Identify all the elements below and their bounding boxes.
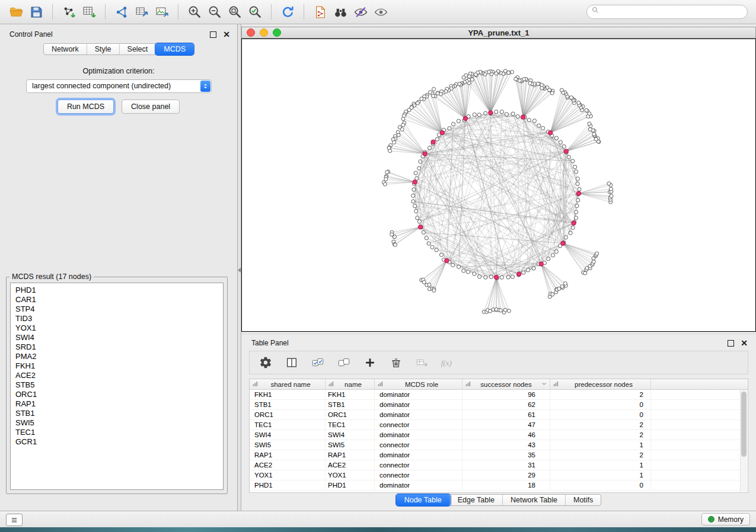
table-cell: YOX1 — [326, 470, 375, 480]
table-tab-node-table[interactable]: Node Table — [396, 494, 451, 506]
tab-select[interactable]: Select — [120, 44, 157, 55]
new-network-icon[interactable] — [111, 3, 132, 21]
mcds-result-item[interactable]: PMA2 — [15, 352, 218, 361]
import-network-icon[interactable] — [59, 3, 79, 21]
criterion-select[interactable]: largest connected component (undirected) — [26, 79, 212, 93]
table-row[interactable]: ORC1ORC1dominator610 — [250, 410, 748, 420]
memory-button[interactable]: Memory — [701, 513, 750, 525]
table-row[interactable]: ACE2ACE2connector311 — [250, 460, 748, 470]
mcds-result-item[interactable]: SRD1 — [15, 342, 218, 352]
mcds-result-item[interactable]: GCR1 — [15, 437, 218, 447]
check-pair-icon[interactable] — [310, 355, 326, 370]
table-cell: RAP1 — [326, 450, 375, 460]
column-header-MCDS-role[interactable]: MCDS role — [375, 379, 462, 389]
table-cell: RAP1 — [250, 450, 326, 460]
close-control-panel-icon[interactable]: ✕ — [223, 30, 230, 39]
zoom-fit-icon[interactable] — [225, 3, 245, 21]
mcds-result-title: MCDS result (17 nodes) — [9, 273, 94, 281]
column-header-predecessor-nodes[interactable]: predecessor nodes — [550, 379, 651, 389]
table-row[interactable]: SWI4SWI4dominator462 — [250, 430, 748, 440]
uncheck-pair-icon[interactable] — [336, 355, 352, 370]
table-tab-motifs[interactable]: Motifs — [566, 495, 601, 505]
eye-icon[interactable] — [371, 3, 391, 21]
column-header-label: predecessor nodes — [559, 381, 648, 388]
table-row[interactable]: RAP1RAP1dominator352 — [250, 450, 748, 460]
application-window: Control Panel ✕ NetworkStyleSelectMCDS O… — [0, 0, 756, 532]
toggle-column-icon[interactable] — [284, 355, 299, 370]
table-row[interactable]: SWI5SWI5connector431 — [250, 440, 748, 450]
zoom-in-icon[interactable] — [184, 3, 205, 21]
mcds-result-item[interactable]: TEC1 — [15, 428, 218, 437]
chevron-down-icon[interactable] — [541, 380, 547, 388]
network-search-input[interactable] — [601, 5, 747, 18]
table-row[interactable]: FKH1FKH1dominator962 — [250, 390, 748, 400]
float-table-panel-icon[interactable] — [728, 340, 734, 347]
table-cell: 29 — [462, 470, 550, 480]
mcds-result-item[interactable]: ACE2 — [15, 371, 218, 380]
table-row[interactable]: TEC1TEC1connector472 — [250, 420, 748, 430]
mcds-result-item[interactable]: STB1 — [15, 409, 218, 418]
tab-mcds[interactable]: MCDS — [155, 43, 194, 55]
network-canvas[interactable] — [241, 39, 756, 332]
row-filler — [651, 390, 748, 399]
tab-network[interactable]: Network — [44, 44, 87, 55]
table-tab-network-table[interactable]: Network Table — [503, 495, 566, 505]
refresh-icon[interactable] — [277, 3, 298, 21]
close-panel-button[interactable]: Close panel — [122, 100, 180, 114]
search-box[interactable] — [586, 5, 748, 19]
table-cell: dominator — [375, 480, 462, 490]
plus-icon[interactable] — [362, 355, 378, 370]
binoculars-icon[interactable] — [330, 3, 350, 21]
table-cell: 61 — [462, 410, 550, 419]
table-row[interactable]: PHD1PHD1dominator180 — [250, 480, 748, 491]
mcds-result-item[interactable]: PHD1 — [15, 286, 218, 295]
memory-status-dot — [708, 516, 714, 523]
mcds-result-group: MCDS result (17 nodes) PHD1CAR1STP4TID3Y… — [6, 273, 228, 494]
optimization-criterion-label: Optimization criterion: — [0, 67, 237, 75]
zoom-selected-icon[interactable] — [245, 3, 265, 21]
table-tab-edge-table[interactable]: Edge Table — [450, 495, 503, 505]
mcds-result-item[interactable]: STB5 — [15, 380, 218, 390]
run-mcds-button[interactable]: Run MCDS — [58, 100, 114, 114]
mcds-result-item[interactable]: RAP1 — [15, 399, 218, 409]
row-filler — [651, 410, 748, 419]
share-document-icon[interactable] — [310, 3, 330, 21]
eye-slash-icon[interactable] — [350, 3, 371, 21]
table-cell: 62 — [462, 400, 550, 409]
mcds-result-item[interactable]: SWI5 — [15, 418, 218, 428]
mcds-result-list[interactable]: PHD1CAR1STP4TID3YOX1SWI4SRD1PMA2FKH1ACE2… — [10, 283, 224, 490]
mcds-result-item[interactable]: SWI4 — [15, 333, 218, 342]
column-header-name[interactable]: name — [326, 379, 375, 389]
mcds-result-item[interactable]: STP4 — [15, 305, 218, 314]
node-table: shared namenameMCDS rolesuccessor nodesp… — [249, 379, 748, 493]
column-header-successor-nodes[interactable]: successor nodes — [462, 379, 550, 389]
trash-icon[interactable] — [388, 355, 404, 370]
table-cell: dominator — [375, 410, 462, 419]
task-history-icon[interactable] — [6, 514, 23, 526]
table-scrollbar[interactable] — [740, 390, 747, 492]
tab-style[interactable]: Style — [87, 44, 120, 55]
import-table-icon[interactable] — [79, 3, 99, 21]
mcds-result-item[interactable]: TID3 — [15, 314, 218, 323]
table-cell: connector — [375, 420, 462, 430]
gear-icon[interactable] — [258, 355, 273, 370]
network-from-table-icon[interactable] — [132, 3, 152, 21]
mcds-result-item[interactable]: CAR1 — [15, 295, 218, 305]
table-scrollbar-thumb[interactable] — [741, 392, 747, 457]
collapse-left-icon[interactable] — [238, 268, 241, 273]
table-cell: connector — [375, 440, 462, 450]
save-icon[interactable] — [26, 3, 46, 21]
float-panel-icon[interactable] — [210, 31, 216, 38]
mcds-result-item[interactable]: YOX1 — [15, 323, 218, 333]
table-row[interactable]: YOX1YOX1connector291 — [250, 470, 748, 480]
network-window-titlebar[interactable]: YPA_prune.txt_1 — [241, 27, 756, 39]
mcds-result-item[interactable]: ORC1 — [15, 390, 218, 399]
zoom-out-icon[interactable] — [205, 3, 225, 21]
open-folder-icon[interactable] — [6, 3, 26, 21]
table-row[interactable]: STB1STB1dominator620 — [250, 400, 748, 410]
mcds-result-item[interactable]: FKH1 — [15, 361, 218, 371]
column-header-shared-name[interactable]: shared name — [250, 379, 326, 389]
close-table-panel-icon[interactable]: ✕ — [741, 339, 748, 347]
export-image-icon[interactable] — [152, 3, 172, 21]
row-filler — [651, 450, 748, 460]
